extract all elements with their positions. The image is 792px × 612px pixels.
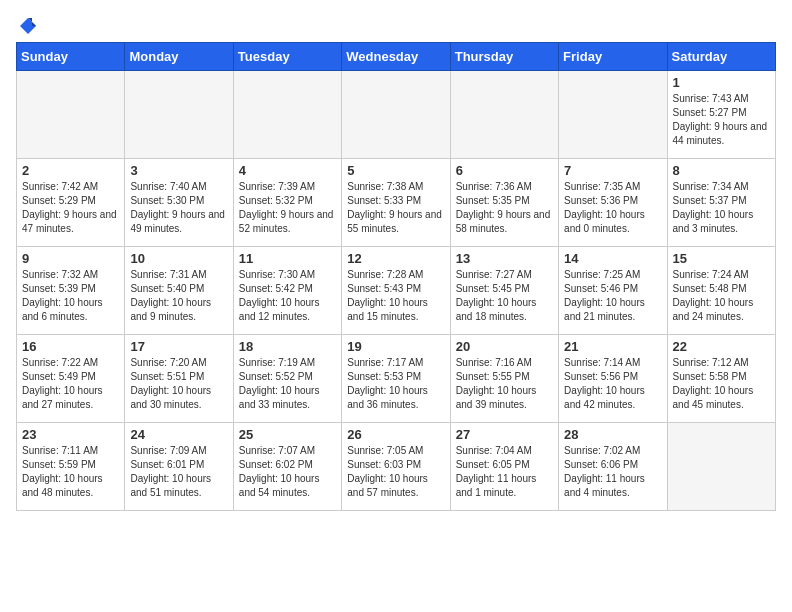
weekday-header-row: SundayMondayTuesdayWednesdayThursdayFrid… [17, 43, 776, 71]
cell-info: Sunrise: 7:05 AM Sunset: 6:03 PM Dayligh… [347, 444, 444, 500]
day-number: 8 [673, 163, 770, 178]
day-number: 26 [347, 427, 444, 442]
week-row-1: 1Sunrise: 7:43 AM Sunset: 5:27 PM Daylig… [17, 71, 776, 159]
calendar-cell: 26Sunrise: 7:05 AM Sunset: 6:03 PM Dayli… [342, 423, 450, 511]
cell-info: Sunrise: 7:22 AM Sunset: 5:49 PM Dayligh… [22, 356, 119, 412]
calendar-cell: 23Sunrise: 7:11 AM Sunset: 5:59 PM Dayli… [17, 423, 125, 511]
cell-info: Sunrise: 7:40 AM Sunset: 5:30 PM Dayligh… [130, 180, 227, 236]
cell-info: Sunrise: 7:38 AM Sunset: 5:33 PM Dayligh… [347, 180, 444, 236]
cell-info: Sunrise: 7:31 AM Sunset: 5:40 PM Dayligh… [130, 268, 227, 324]
cell-info: Sunrise: 7:43 AM Sunset: 5:27 PM Dayligh… [673, 92, 770, 148]
cell-info: Sunrise: 7:14 AM Sunset: 5:56 PM Dayligh… [564, 356, 661, 412]
calendar-cell: 14Sunrise: 7:25 AM Sunset: 5:46 PM Dayli… [559, 247, 667, 335]
calendar-cell: 7Sunrise: 7:35 AM Sunset: 5:36 PM Daylig… [559, 159, 667, 247]
cell-info: Sunrise: 7:07 AM Sunset: 6:02 PM Dayligh… [239, 444, 336, 500]
day-number: 28 [564, 427, 661, 442]
cell-info: Sunrise: 7:12 AM Sunset: 5:58 PM Dayligh… [673, 356, 770, 412]
day-number: 2 [22, 163, 119, 178]
day-number: 7 [564, 163, 661, 178]
cell-info: Sunrise: 7:20 AM Sunset: 5:51 PM Dayligh… [130, 356, 227, 412]
weekday-header-tuesday: Tuesday [233, 43, 341, 71]
day-number: 18 [239, 339, 336, 354]
weekday-header-wednesday: Wednesday [342, 43, 450, 71]
calendar-cell: 8Sunrise: 7:34 AM Sunset: 5:37 PM Daylig… [667, 159, 775, 247]
day-number: 19 [347, 339, 444, 354]
calendar-cell: 6Sunrise: 7:36 AM Sunset: 5:35 PM Daylig… [450, 159, 558, 247]
cell-info: Sunrise: 7:28 AM Sunset: 5:43 PM Dayligh… [347, 268, 444, 324]
calendar-cell: 15Sunrise: 7:24 AM Sunset: 5:48 PM Dayli… [667, 247, 775, 335]
page-header [16, 16, 776, 32]
calendar-cell: 9Sunrise: 7:32 AM Sunset: 5:39 PM Daylig… [17, 247, 125, 335]
calendar-cell: 27Sunrise: 7:04 AM Sunset: 6:05 PM Dayli… [450, 423, 558, 511]
calendar-cell: 20Sunrise: 7:16 AM Sunset: 5:55 PM Dayli… [450, 335, 558, 423]
week-row-2: 2Sunrise: 7:42 AM Sunset: 5:29 PM Daylig… [17, 159, 776, 247]
day-number: 10 [130, 251, 227, 266]
calendar-cell [667, 423, 775, 511]
weekday-header-saturday: Saturday [667, 43, 775, 71]
day-number: 25 [239, 427, 336, 442]
calendar-cell: 25Sunrise: 7:07 AM Sunset: 6:02 PM Dayli… [233, 423, 341, 511]
day-number: 11 [239, 251, 336, 266]
calendar-cell [559, 71, 667, 159]
day-number: 24 [130, 427, 227, 442]
day-number: 9 [22, 251, 119, 266]
cell-info: Sunrise: 7:02 AM Sunset: 6:06 PM Dayligh… [564, 444, 661, 500]
day-number: 4 [239, 163, 336, 178]
weekday-header-monday: Monday [125, 43, 233, 71]
calendar-cell: 17Sunrise: 7:20 AM Sunset: 5:51 PM Dayli… [125, 335, 233, 423]
day-number: 5 [347, 163, 444, 178]
day-number: 27 [456, 427, 553, 442]
day-number: 20 [456, 339, 553, 354]
calendar-cell: 5Sunrise: 7:38 AM Sunset: 5:33 PM Daylig… [342, 159, 450, 247]
cell-info: Sunrise: 7:32 AM Sunset: 5:39 PM Dayligh… [22, 268, 119, 324]
day-number: 3 [130, 163, 227, 178]
cell-info: Sunrise: 7:42 AM Sunset: 5:29 PM Dayligh… [22, 180, 119, 236]
cell-info: Sunrise: 7:25 AM Sunset: 5:46 PM Dayligh… [564, 268, 661, 324]
calendar-cell: 16Sunrise: 7:22 AM Sunset: 5:49 PM Dayli… [17, 335, 125, 423]
calendar-cell: 24Sunrise: 7:09 AM Sunset: 6:01 PM Dayli… [125, 423, 233, 511]
calendar-cell [342, 71, 450, 159]
calendar-cell: 12Sunrise: 7:28 AM Sunset: 5:43 PM Dayli… [342, 247, 450, 335]
cell-info: Sunrise: 7:34 AM Sunset: 5:37 PM Dayligh… [673, 180, 770, 236]
calendar-cell: 22Sunrise: 7:12 AM Sunset: 5:58 PM Dayli… [667, 335, 775, 423]
weekday-header-sunday: Sunday [17, 43, 125, 71]
logo [16, 16, 38, 32]
day-number: 16 [22, 339, 119, 354]
cell-info: Sunrise: 7:19 AM Sunset: 5:52 PM Dayligh… [239, 356, 336, 412]
cell-info: Sunrise: 7:11 AM Sunset: 5:59 PM Dayligh… [22, 444, 119, 500]
calendar-cell: 4Sunrise: 7:39 AM Sunset: 5:32 PM Daylig… [233, 159, 341, 247]
day-number: 12 [347, 251, 444, 266]
calendar-cell: 10Sunrise: 7:31 AM Sunset: 5:40 PM Dayli… [125, 247, 233, 335]
calendar-cell: 2Sunrise: 7:42 AM Sunset: 5:29 PM Daylig… [17, 159, 125, 247]
calendar-cell: 11Sunrise: 7:30 AM Sunset: 5:42 PM Dayli… [233, 247, 341, 335]
calendar-cell [450, 71, 558, 159]
day-number: 15 [673, 251, 770, 266]
cell-info: Sunrise: 7:27 AM Sunset: 5:45 PM Dayligh… [456, 268, 553, 324]
day-number: 1 [673, 75, 770, 90]
calendar-table: SundayMondayTuesdayWednesdayThursdayFrid… [16, 42, 776, 511]
day-number: 23 [22, 427, 119, 442]
day-number: 21 [564, 339, 661, 354]
calendar-cell: 28Sunrise: 7:02 AM Sunset: 6:06 PM Dayli… [559, 423, 667, 511]
calendar-cell [17, 71, 125, 159]
week-row-4: 16Sunrise: 7:22 AM Sunset: 5:49 PM Dayli… [17, 335, 776, 423]
cell-info: Sunrise: 7:36 AM Sunset: 5:35 PM Dayligh… [456, 180, 553, 236]
week-row-3: 9Sunrise: 7:32 AM Sunset: 5:39 PM Daylig… [17, 247, 776, 335]
calendar-cell: 3Sunrise: 7:40 AM Sunset: 5:30 PM Daylig… [125, 159, 233, 247]
logo-icon [18, 16, 38, 36]
cell-info: Sunrise: 7:30 AM Sunset: 5:42 PM Dayligh… [239, 268, 336, 324]
day-number: 6 [456, 163, 553, 178]
cell-info: Sunrise: 7:17 AM Sunset: 5:53 PM Dayligh… [347, 356, 444, 412]
calendar-cell [125, 71, 233, 159]
day-number: 13 [456, 251, 553, 266]
cell-info: Sunrise: 7:39 AM Sunset: 5:32 PM Dayligh… [239, 180, 336, 236]
day-number: 17 [130, 339, 227, 354]
day-number: 22 [673, 339, 770, 354]
calendar-cell: 21Sunrise: 7:14 AM Sunset: 5:56 PM Dayli… [559, 335, 667, 423]
calendar-cell: 1Sunrise: 7:43 AM Sunset: 5:27 PM Daylig… [667, 71, 775, 159]
weekday-header-friday: Friday [559, 43, 667, 71]
cell-info: Sunrise: 7:09 AM Sunset: 6:01 PM Dayligh… [130, 444, 227, 500]
weekday-header-thursday: Thursday [450, 43, 558, 71]
cell-info: Sunrise: 7:16 AM Sunset: 5:55 PM Dayligh… [456, 356, 553, 412]
calendar-cell: 19Sunrise: 7:17 AM Sunset: 5:53 PM Dayli… [342, 335, 450, 423]
